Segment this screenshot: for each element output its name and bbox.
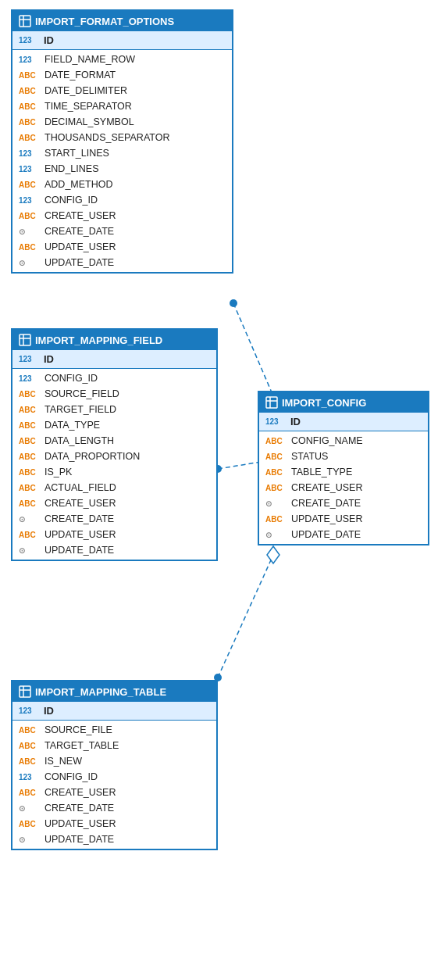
field-type-icon: ABC bbox=[265, 437, 287, 445]
table-icon-config bbox=[265, 396, 278, 409]
table-row: ABCSOURCE_FIELD bbox=[12, 386, 216, 402]
field-type-icon: ABC bbox=[19, 484, 41, 492]
field-type-icon: ABC bbox=[19, 406, 41, 414]
pk-import-mapping-field: 123 ID bbox=[12, 350, 216, 369]
fields-import-config: ABCCONFIG_NAMEABCSTATUSABCTABLE_TYPEABCC… bbox=[259, 431, 428, 544]
field-type-icon: ABC bbox=[19, 437, 41, 445]
table-name-import-format-options: IMPORT_FORMAT_OPTIONS bbox=[35, 16, 174, 27]
field-type-icon: ⊙ bbox=[265, 499, 287, 508]
table-row: ⊙CREATE_DATE bbox=[12, 511, 216, 527]
table-icon bbox=[19, 15, 31, 27]
svg-rect-18 bbox=[20, 686, 30, 697]
field-name: UPDATE_DATE bbox=[44, 257, 114, 268]
table-row: ABCUPDATE_USER bbox=[12, 816, 216, 832]
field-name: UPDATE_USER bbox=[44, 818, 116, 829]
field-type-icon: ABC bbox=[19, 212, 41, 220]
table-row: ABCTARGET_FIELD bbox=[12, 402, 216, 417]
field-name: TARGET_FIELD bbox=[44, 404, 116, 415]
table-header-import-mapping-field: IMPORT_MAPPING_FIELD bbox=[12, 330, 216, 350]
diagram-container: IMPORT_FORMAT_OPTIONS 123 ID 123FIELD_NA… bbox=[0, 0, 445, 980]
field-name: CREATE_DATE bbox=[291, 498, 361, 509]
field-type-icon: ABC bbox=[19, 757, 41, 766]
table-row: 123CONFIG_ID bbox=[12, 769, 216, 785]
field-name: START_LINES bbox=[44, 148, 109, 159]
table-row: ABCACTUAL_FIELD bbox=[12, 480, 216, 495]
table-row: ABCSOURCE_FILE bbox=[12, 722, 216, 738]
table-row: ⊙UPDATE_DATE bbox=[259, 527, 428, 542]
svg-marker-8 bbox=[267, 546, 279, 563]
field-name: CREATE_USER bbox=[44, 498, 116, 509]
field-name: DATE_DELIMITER bbox=[44, 85, 127, 96]
table-row: 123START_LINES bbox=[12, 145, 232, 161]
table-row: ABCTABLE_TYPE bbox=[259, 464, 428, 480]
table-header-import-format-options: IMPORT_FORMAT_OPTIONS bbox=[12, 11, 232, 31]
field-name: UPDATE_USER bbox=[291, 513, 362, 524]
field-type-icon: ABC bbox=[19, 421, 41, 430]
pk-field-name-mf: ID bbox=[44, 353, 54, 365]
field-name: ACTUAL_FIELD bbox=[44, 482, 116, 493]
field-name: DATA_LENGTH bbox=[44, 435, 114, 446]
table-row: ABCCONFIG_NAME bbox=[259, 433, 428, 449]
field-name: CONFIG_ID bbox=[44, 373, 98, 384]
table-row: ⊙CREATE_DATE bbox=[259, 495, 428, 511]
field-type-icon: ABC bbox=[19, 789, 41, 797]
field-type-icon: ABC bbox=[19, 243, 41, 252]
field-type-icon: ABC bbox=[265, 515, 287, 524]
field-name: STATUS bbox=[291, 451, 328, 462]
table-row: ABCDATA_TYPE bbox=[12, 417, 216, 433]
table-row: ABCUPDATE_USER bbox=[259, 511, 428, 527]
table-header-import-mapping-table: IMPORT_MAPPING_TABLE bbox=[12, 681, 216, 702]
table-row: 123FIELD_NAME_ROW bbox=[12, 52, 232, 67]
table-header-import-config: IMPORT_CONFIG bbox=[259, 392, 428, 413]
table-row: ⊙UPDATE_DATE bbox=[12, 542, 216, 558]
table-row: ABCDATE_FORMAT bbox=[12, 67, 232, 83]
pk-import-config: 123 ID bbox=[259, 413, 428, 431]
field-name: THOUSANDS_SEPARATOR bbox=[44, 132, 169, 143]
field-type-icon: 123 bbox=[19, 165, 41, 173]
field-type-icon: 123 bbox=[19, 374, 41, 383]
field-name: TABLE_TYPE bbox=[291, 467, 352, 477]
table-row: 123END_LINES bbox=[12, 161, 232, 177]
field-name: FIELD_NAME_ROW bbox=[44, 54, 135, 65]
table-row: ⊙UPDATE_DATE bbox=[12, 255, 232, 270]
pk-import-mapping-table: 123 ID bbox=[12, 702, 216, 721]
field-type-icon: 123 bbox=[19, 55, 41, 64]
field-type-icon: ABC bbox=[19, 499, 41, 508]
table-row: ⊙CREATE_DATE bbox=[12, 800, 216, 816]
pk-type-icon-mt: 123 bbox=[19, 706, 41, 715]
pk-type-icon: 123 bbox=[19, 36, 41, 45]
fields-import-mapping-table: ABCSOURCE_FILEABCTARGET_TABLEABCIS_NEW12… bbox=[12, 721, 216, 849]
field-type-icon: ⊙ bbox=[19, 227, 41, 236]
field-name: CREATE_USER bbox=[291, 482, 362, 493]
field-type-icon: ABC bbox=[19, 102, 41, 111]
svg-point-0 bbox=[230, 299, 237, 307]
field-name: CONFIG_ID bbox=[44, 771, 98, 782]
table-row: ⊙CREATE_DATE bbox=[12, 224, 232, 239]
table-row: 123CONFIG_ID bbox=[12, 370, 216, 386]
table-row: ABCTARGET_TABLE bbox=[12, 738, 216, 753]
field-type-icon: ABC bbox=[19, 87, 41, 95]
table-row: ABCCREATE_USER bbox=[259, 480, 428, 495]
field-type-icon: ABC bbox=[19, 118, 41, 127]
svg-rect-9 bbox=[20, 16, 30, 27]
table-row: ABCDATA_LENGTH bbox=[12, 433, 216, 449]
pk-import-format-options: 123 ID bbox=[12, 31, 232, 50]
field-name: ADD_METHOD bbox=[44, 179, 113, 190]
pk-field-name-mt: ID bbox=[44, 705, 54, 717]
table-name-import-mapping-field: IMPORT_MAPPING_FIELD bbox=[35, 334, 162, 346]
field-name: SOURCE_FIELD bbox=[44, 388, 119, 399]
field-type-icon: ABC bbox=[265, 484, 287, 492]
field-type-icon: ABC bbox=[19, 468, 41, 477]
field-name: DATA_TYPE bbox=[44, 420, 100, 431]
field-name: TARGET_TABLE bbox=[44, 740, 119, 751]
pk-field-name-cfg: ID bbox=[290, 416, 301, 427]
table-icon-mapping-field bbox=[19, 334, 31, 346]
field-type-icon: ABC bbox=[19, 726, 41, 735]
field-name: CREATE_DATE bbox=[44, 803, 114, 814]
field-name: UPDATE_USER bbox=[44, 529, 116, 540]
field-name: TIME_SEPARATOR bbox=[44, 101, 132, 112]
table-import-mapping-field: IMPORT_MAPPING_FIELD 123 ID 123CONFIG_ID… bbox=[11, 328, 218, 561]
field-type-icon: ABC bbox=[265, 452, 287, 461]
table-row: ABCCREATE_USER bbox=[12, 208, 232, 224]
pk-type-icon-mf: 123 bbox=[19, 355, 41, 363]
